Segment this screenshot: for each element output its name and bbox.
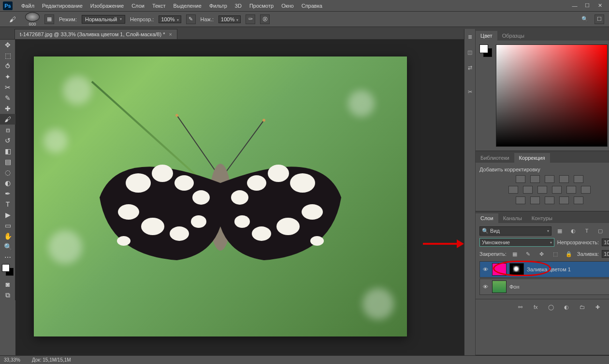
adj-photo-filter-icon[interactable] [552, 186, 562, 194]
zoom-readout[interactable]: 33,33% [4, 357, 20, 363]
eraser-tool[interactable]: ◧ [0, 146, 15, 156]
search-icon[interactable]: 🔍 [580, 14, 590, 24]
menu-image[interactable]: Изображение [87, 0, 128, 12]
brush-tool[interactable]: 🖌 [0, 114, 15, 125]
move-tool[interactable]: ✥ [0, 40, 15, 50]
tab-adjustments[interactable]: Коррекция [514, 153, 550, 163]
layer-opacity-input[interactable]: 100% [602, 238, 609, 246]
mini-color-swatches[interactable] [479, 44, 493, 58]
adj-levels-icon[interactable] [530, 175, 540, 183]
adj-curves-icon[interactable] [545, 175, 554, 183]
filter-type-icon[interactable]: T [581, 226, 592, 236]
maximize-button[interactable]: ☐ [581, 1, 594, 11]
tool-preset-icon[interactable]: 🖌 [5, 14, 20, 25]
adj-mixer-icon[interactable] [566, 186, 576, 194]
brush-preview[interactable] [25, 12, 40, 22]
menu-edit[interactable]: Редактирование [38, 0, 87, 12]
close-tab-icon[interactable]: × [169, 31, 172, 37]
tab-paths[interactable]: Контуры [527, 213, 557, 223]
menu-layers[interactable]: Слои [128, 0, 148, 12]
pen-tool[interactable]: ✒ [0, 188, 15, 199]
document-tab[interactable]: t-1472687.jpg @ 33,3% (Заливка цветом 1,… [14, 29, 177, 39]
tab-libraries[interactable]: Библиотеки [476, 153, 514, 163]
tab-layers[interactable]: Слои [476, 213, 498, 223]
screen-mode-icon[interactable]: ⧉ [0, 290, 15, 300]
color-swatches[interactable] [0, 263, 15, 279]
new-fill-layer-icon[interactable]: ◐ [561, 302, 572, 312]
menu-3d[interactable]: 3D [231, 0, 246, 12]
quick-mask-icon[interactable]: ◙ [0, 279, 15, 290]
visibility-toggle-icon[interactable]: 👁 [481, 284, 489, 290]
adj-posterize-icon[interactable] [530, 196, 540, 204]
minimize-button[interactable]: — [568, 1, 581, 11]
layer-thumb-bg[interactable] [492, 280, 507, 293]
adj-exposure-icon[interactable] [559, 175, 569, 183]
lock-position-icon[interactable]: ✥ [536, 249, 547, 259]
adj-vibrance-icon[interactable] [574, 175, 583, 183]
gradient-tool[interactable]: ▤ [0, 156, 15, 167]
hand-tool[interactable]: ✋ [0, 231, 15, 241]
lasso-tool[interactable]: ⥀ [0, 61, 15, 71]
layer-filter-kind[interactable]: 🔍 Вид [479, 226, 551, 236]
type-tool[interactable]: T [0, 199, 15, 210]
marquee-tool[interactable]: ⬚ [0, 50, 15, 61]
adj-hue-icon[interactable] [508, 186, 518, 194]
brush-panel-toggle-icon[interactable]: ▦ [44, 14, 54, 24]
adj-brightness-icon[interactable] [516, 175, 525, 183]
adj-threshold-icon[interactable] [545, 196, 554, 204]
color-field[interactable] [496, 44, 608, 147]
adj-bw-icon[interactable] [537, 186, 547, 194]
stamp-tool[interactable]: ⧈ [0, 125, 15, 135]
menu-help[interactable]: Справка [298, 0, 326, 12]
adj-invert-icon[interactable] [516, 196, 525, 204]
quick-select-tool[interactable]: ✦ [0, 71, 15, 82]
foreground-color[interactable] [2, 264, 10, 272]
history-brush-tool[interactable]: ↺ [0, 135, 15, 146]
menu-text[interactable]: Текст [148, 0, 170, 12]
link-layers-icon[interactable]: ⚯ [515, 302, 525, 312]
lock-all-icon[interactable]: 🔒 [564, 249, 574, 259]
canvas[interactable] [34, 56, 407, 336]
pressure-size-icon[interactable]: ⦿ [260, 14, 270, 24]
fill-input[interactable]: 100% [602, 250, 609, 258]
visibility-toggle-icon[interactable]: 👁 [481, 266, 489, 272]
lock-transparent-icon[interactable]: ▦ [509, 249, 520, 259]
lock-artboard-icon[interactable]: ⬚ [550, 249, 561, 259]
menu-select[interactable]: Выделение [170, 0, 205, 12]
blend-mode-select[interactable]: Нормальный [82, 15, 125, 24]
add-mask-icon[interactable]: ◯ [546, 302, 556, 312]
new-group-icon[interactable]: 🗀 [577, 302, 587, 312]
edit-toolbar[interactable]: ⋯ [0, 252, 15, 263]
properties-panel-icon[interactable]: ◫ [464, 47, 475, 57]
blur-tool[interactable]: ◌ [0, 167, 15, 178]
layer-row-background[interactable]: 👁 Фон 🔒 [479, 279, 609, 295]
rectangle-tool[interactable]: ▭ [0, 220, 15, 231]
layer-blend-mode-select[interactable]: Умножение [479, 238, 554, 247]
tab-swatches[interactable]: Образцы [497, 31, 529, 41]
pressure-opacity-icon[interactable]: ✎ [186, 14, 196, 24]
layer-style-icon[interactable]: fx [530, 302, 541, 312]
dodge-tool[interactable]: ◐ [0, 178, 15, 188]
tab-channels[interactable]: Каналы [498, 213, 527, 223]
doc-size-readout[interactable]: Док: 15,1M/15,1M [32, 357, 71, 363]
filter-adjust-icon[interactable]: ◐ [568, 226, 579, 236]
layer-name[interactable]: Фон [509, 284, 608, 290]
new-layer-icon[interactable]: ✚ [592, 302, 603, 312]
filter-shape-icon[interactable]: ▢ [595, 226, 606, 236]
close-button[interactable]: ✕ [594, 1, 606, 11]
workspace-icon[interactable]: ☐ [594, 14, 604, 24]
filter-pixel-icon[interactable]: ▦ [554, 226, 565, 236]
tab-color[interactable]: Цвет [476, 31, 497, 41]
character-panel-icon[interactable]: ⇄ [464, 63, 475, 72]
lock-pixels-icon[interactable]: ✎ [523, 249, 534, 259]
menu-filter[interactable]: Фильтр [205, 0, 231, 12]
paragraph-panel-icon[interactable]: ✂ [464, 87, 475, 97]
flow-input[interactable]: 100% [218, 15, 241, 23]
path-select-tool[interactable]: ▶ [0, 210, 15, 220]
adj-gradient-map-icon[interactable] [559, 196, 569, 204]
menu-view[interactable]: Просмотр [246, 0, 277, 12]
eyedropper-tool[interactable]: ✎ [0, 93, 15, 103]
menu-file[interactable]: Файл [17, 0, 38, 12]
airbrush-icon[interactable]: ✑ [246, 14, 255, 24]
healing-tool[interactable]: ✚ [0, 103, 15, 114]
